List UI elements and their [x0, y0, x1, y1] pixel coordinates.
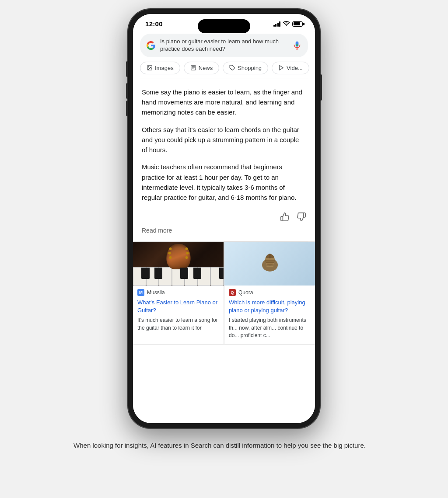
- quora-card-snippet: I started playing both instruments th...…: [224, 317, 315, 344]
- tab-shopping-label: Shopping: [238, 65, 262, 71]
- source-card-mussila[interactable]: M Mussila What's Easier to Learn Piano o…: [133, 241, 224, 344]
- content-area[interactable]: Some say the piano is easier to learn, a…: [133, 79, 315, 423]
- phone-mockup: 12:00: [128, 9, 320, 428]
- tab-news-label: News: [199, 65, 213, 71]
- bottom-caption: When looking for insights, AI features i…: [74, 428, 374, 460]
- wifi-icon: [283, 21, 290, 27]
- tab-videos-label: Vide...: [287, 65, 303, 71]
- videos-tab-icon: [278, 65, 284, 71]
- read-more-link[interactable]: Read more: [142, 227, 172, 234]
- filter-tabs-row: Images News: [133, 62, 315, 79]
- tab-videos[interactable]: Vide...: [272, 62, 309, 74]
- status-icons: [273, 21, 303, 27]
- svg-rect-12: [269, 254, 270, 259]
- tab-images[interactable]: Images: [140, 62, 180, 74]
- mussila-favicon: M: [137, 289, 144, 296]
- images-tab-icon: [147, 65, 153, 71]
- mussila-source-info: M Mussila: [133, 286, 224, 298]
- quora-card-image: [224, 242, 315, 286]
- answer-paragraph-2: Others say that it's easier to learn cho…: [142, 125, 306, 155]
- dynamic-island: [198, 19, 250, 33]
- signal-icon: [273, 21, 281, 27]
- svg-point-3: [148, 66, 149, 67]
- piano-guitar-image: [133, 242, 224, 286]
- svg-point-1: [296, 44, 298, 46]
- quora-source-name: Quora: [238, 289, 253, 296]
- news-tab-icon: [190, 65, 196, 71]
- mussila-card-title[interactable]: What's Easier to Learn Piano or Guitar?: [133, 298, 224, 317]
- status-time: 12:00: [145, 20, 163, 28]
- thumbs-up-button[interactable]: [280, 212, 290, 222]
- battery-icon: [292, 21, 303, 27]
- shopping-tab-icon: [229, 65, 235, 71]
- source-card-quora[interactable]: Q Quora Which is more difficult, playing…: [224, 241, 315, 344]
- mussila-card-snippet: It's much easier to learn a song for the…: [133, 317, 224, 336]
- search-query-text: Is piano or guitar easier to learn and h…: [160, 38, 288, 53]
- status-bar: 12:00: [133, 14, 315, 31]
- tab-images-label: Images: [155, 65, 174, 71]
- phone-screen: 12:00: [133, 14, 315, 423]
- answer-actions-row: [133, 208, 315, 225]
- source-cards-row: M Mussila What's Easier to Learn Piano o…: [133, 241, 315, 344]
- tab-news[interactable]: News: [184, 62, 220, 74]
- quora-favicon: Q: [229, 289, 236, 296]
- answer-paragraph-3: Music teachers often recommend that begi…: [142, 162, 306, 202]
- mic-icon[interactable]: [292, 41, 302, 50]
- mussila-source-name: Mussila: [147, 289, 165, 296]
- ai-answer-section: Some say the piano is easier to learn, a…: [133, 79, 315, 208]
- search-bar[interactable]: Is piano or guitar easier to learn and h…: [140, 34, 308, 57]
- svg-marker-9: [280, 66, 283, 70]
- thumbs-down-button[interactable]: [297, 212, 306, 222]
- quora-source-info: Q Quora: [224, 286, 315, 298]
- phone-body: 12:00: [128, 9, 320, 428]
- svg-point-0: [286, 25, 287, 26]
- google-logo-icon: [146, 41, 156, 50]
- tab-shopping[interactable]: Shopping: [223, 62, 268, 74]
- quora-card-title[interactable]: Which is more difficult, playing piano o…: [224, 298, 315, 317]
- read-more-row: Read more: [133, 225, 315, 241]
- answer-paragraph-1: Some say the piano is easier to learn, a…: [142, 87, 306, 118]
